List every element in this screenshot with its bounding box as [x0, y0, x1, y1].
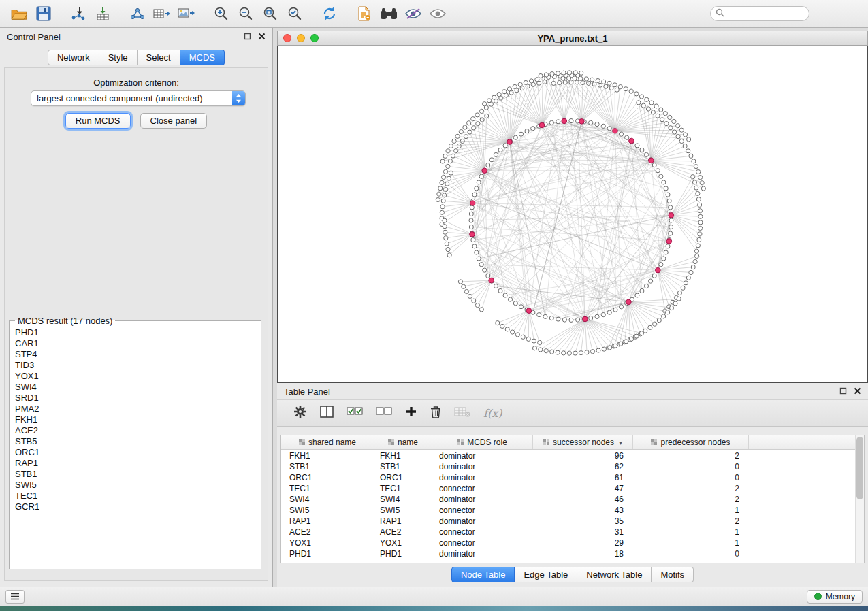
deselect-all-checkboxes-icon[interactable] — [376, 406, 392, 420]
result-node[interactable]: PMA2 — [11, 403, 261, 414]
result-node[interactable]: SWI5 — [11, 480, 261, 491]
column-header-shared-name[interactable]: shared name — [281, 435, 374, 449]
search-input[interactable] — [727, 9, 804, 18]
column-options-icon[interactable] — [388, 437, 394, 447]
result-node[interactable]: GCR1 — [11, 501, 261, 512]
column-options-icon[interactable] — [299, 437, 305, 447]
table-scrollbar[interactable] — [855, 435, 864, 563]
status-list-icon[interactable] — [5, 590, 25, 604]
column-header-name[interactable]: name — [374, 435, 432, 449]
open-file-icon[interactable] — [7, 3, 31, 24]
result-node[interactable]: TEC1 — [11, 491, 261, 501]
zoom-fit-icon[interactable] — [258, 3, 283, 24]
table-settings-gear-icon[interactable] — [293, 405, 307, 421]
delete-column-trash-icon[interactable] — [430, 405, 441, 421]
table-cell: ACE2 — [281, 527, 374, 537]
table-row[interactable]: PHD1PHD1dominator180 — [281, 548, 855, 559]
hide-graphics-details-icon[interactable] — [401, 3, 425, 24]
import-table-from-file-icon[interactable] — [91, 3, 115, 24]
search-network-binoculars-icon[interactable] — [376, 3, 401, 24]
column-options-icon[interactable] — [457, 437, 464, 447]
tab-mcds[interactable]: MCDS — [180, 50, 225, 65]
zoom-selected-icon[interactable] — [283, 3, 307, 24]
float-panel-icon[interactable] — [244, 32, 251, 42]
table-cell: FKH1 — [374, 451, 432, 461]
network-window-title: YPA_prune.txt_1 — [278, 33, 867, 44]
table-cell: 18 — [533, 549, 633, 559]
close-panel-icon[interactable] — [854, 386, 861, 397]
table-cell: 29 — [533, 538, 633, 548]
column-header-successor-nodes[interactable]: successor nodes▾ — [533, 435, 633, 449]
table-row[interactable]: STB1STB1dominator620 — [281, 461, 855, 472]
mcds-result-list[interactable]: PHD1CAR1STP4TID3YOX1SWI4SRD1PMA2FKH1ACE2… — [11, 327, 261, 569]
show-graphics-details-icon[interactable] — [425, 3, 450, 24]
table-cell: SWI4 — [374, 495, 432, 504]
select-all-checkboxes-icon[interactable] — [347, 406, 363, 420]
tab-network-table[interactable]: Network Table — [577, 567, 652, 582]
table-row[interactable]: ACE2ACE2connector311 — [281, 527, 855, 538]
import-network-from-file-icon[interactable] — [66, 3, 91, 24]
result-node[interactable]: ACE2 — [11, 425, 261, 436]
export-table-icon[interactable] — [150, 3, 174, 24]
close-panel-button[interactable]: Close panel — [140, 113, 208, 129]
optimization-criterion-select[interactable]: largest connected component (undirected) — [31, 90, 246, 106]
column-options-icon[interactable] — [651, 437, 657, 447]
search-icon — [716, 7, 724, 20]
zoom-in-icon[interactable] — [209, 3, 234, 24]
result-node[interactable]: YOX1 — [11, 371, 261, 382]
table-cell: 0 — [633, 549, 749, 559]
network-view[interactable] — [277, 46, 868, 383]
split-columns-icon[interactable] — [320, 406, 334, 420]
share-document-icon[interactable] — [352, 3, 376, 24]
result-node[interactable]: TID3 — [11, 360, 261, 371]
tab-style[interactable]: Style — [99, 50, 138, 65]
table-scrollbar-thumb[interactable] — [856, 437, 863, 499]
table-cell: 31 — [533, 527, 633, 537]
tab-motifs[interactable]: Motifs — [652, 567, 694, 582]
memory-button[interactable]: Memory — [807, 590, 863, 604]
result-node[interactable]: FKH1 — [11, 414, 261, 425]
refresh-view-icon[interactable] — [317, 3, 342, 24]
result-node[interactable]: STB1 — [11, 469, 261, 480]
table-row[interactable]: RAP1RAP1dominator352 — [281, 516, 855, 527]
result-node[interactable]: PHD1 — [11, 327, 261, 338]
table-row[interactable]: FKH1FKH1dominator962 — [281, 450, 855, 461]
result-node[interactable]: STB5 — [11, 436, 261, 447]
table-row[interactable]: YOX1YOX1connector291 — [281, 538, 855, 548]
table-panel-title: Table Panel — [284, 386, 330, 397]
sort-arrow-icon[interactable]: ▾ — [619, 439, 622, 446]
column-header-predecessor-nodes[interactable]: predecessor nodes — [633, 435, 749, 449]
result-node[interactable]: STP4 — [11, 349, 261, 360]
toolbar-separator — [61, 5, 61, 22]
tab-node-table[interactable]: Node Table — [451, 567, 515, 582]
column-header-MCDS-role[interactable]: MCDS role — [432, 435, 533, 449]
control-panel: Control Panel NetworkStyleSelectMCDS Opt… — [0, 28, 273, 587]
table-row[interactable]: TEC1TEC1connector472 — [281, 483, 855, 494]
float-panel-icon[interactable] — [839, 386, 847, 397]
close-panel-icon[interactable] — [258, 32, 266, 42]
table-row[interactable]: ORC1ORC1dominator610 — [281, 472, 855, 483]
tab-network[interactable]: Network — [48, 50, 99, 65]
result-node[interactable]: CAR1 — [11, 338, 261, 349]
save-session-icon[interactable] — [31, 3, 56, 24]
table-cell: SWI5 — [374, 506, 432, 515]
table-cell: TEC1 — [281, 484, 374, 493]
node-table: shared namenameMCDS rolesuccessor nodes▾… — [280, 435, 865, 563]
add-column-icon[interactable] — [405, 406, 417, 420]
zoom-out-icon[interactable] — [234, 3, 258, 24]
tab-select[interactable]: Select — [138, 50, 180, 65]
table-row[interactable]: SWI4SWI4dominator462 — [281, 494, 855, 505]
network-window-titlebar[interactable]: YPA_prune.txt_1 — [277, 31, 868, 46]
toolbar-search[interactable] — [710, 6, 809, 21]
result-node[interactable]: SRD1 — [11, 393, 261, 403]
run-mcds-button[interactable]: Run MCDS — [65, 113, 131, 129]
column-options-icon[interactable] — [543, 437, 549, 447]
result-node[interactable]: RAP1 — [11, 458, 261, 469]
table-cell: dominator — [432, 516, 533, 526]
export-image-icon[interactable] — [174, 3, 199, 24]
table-row[interactable]: SWI5SWI5connector431 — [281, 505, 855, 516]
tab-edge-table[interactable]: Edge Table — [515, 567, 577, 582]
result-node[interactable]: SWI4 — [11, 382, 261, 393]
export-network-icon[interactable] — [125, 3, 150, 24]
result-node[interactable]: ORC1 — [11, 447, 261, 458]
